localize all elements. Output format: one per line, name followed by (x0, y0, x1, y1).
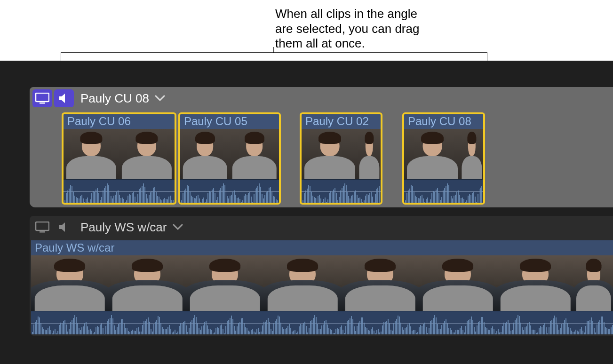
clip-selected[interactable]: Pauly CU 02 (300, 112, 382, 205)
monitor-icon (35, 222, 49, 233)
svg-rect-3 (40, 231, 45, 233)
angle-row-1: Pauly CU 08 Pauly CU 06 Pauly CU 05 (30, 87, 613, 207)
angle-header-2[interactable]: Pauly WS w/car (30, 216, 613, 238)
speaker-icon (58, 92, 70, 104)
clip-label: Pauly CU 08 (404, 114, 483, 129)
audio-monitoring-badge-inactive[interactable] (54, 218, 74, 236)
angle-title-2: Pauly WS w/car (80, 220, 167, 235)
clip-thumbnail (180, 129, 279, 179)
clip-thumbnail (302, 129, 381, 179)
angle-track-2[interactable]: Pauly WS w/car (30, 238, 613, 336)
angle-header-1[interactable]: Pauly CU 08 (30, 87, 613, 110)
clip-waveform (31, 311, 613, 334)
svg-rect-2 (36, 222, 49, 230)
angle-title-1: Pauly CU 08 (80, 91, 149, 106)
callout-bracket (61, 47, 487, 61)
clip-thumbnail (404, 129, 483, 179)
svg-rect-0 (36, 93, 49, 102)
video-monitoring-badge-inactive[interactable] (32, 218, 52, 236)
clip-waveform (404, 179, 483, 203)
clip-label: Pauly CU 06 (64, 114, 175, 129)
chevron-down-icon[interactable] (173, 224, 183, 230)
angle-track-1[interactable]: Pauly CU 06 Pauly CU 05 Pauly (30, 110, 613, 207)
video-monitoring-badge[interactable] (32, 89, 52, 107)
callout-line2: are selected, you can drag (275, 22, 419, 36)
monitor-icon (35, 93, 49, 104)
angle-editor: Pauly CU 08 Pauly CU 06 Pauly CU 05 (0, 61, 613, 364)
speaker-icon (58, 221, 70, 233)
clip-selected[interactable]: Pauly CU 08 (402, 112, 485, 205)
callout-area: When all clips in the angle are selected… (0, 0, 613, 61)
clip-selected[interactable]: Pauly CU 05 (178, 112, 281, 205)
clip-label: Pauly WS w/car (31, 240, 613, 255)
angle-row-2: Pauly WS w/car Pauly WS w/car (30, 216, 613, 336)
clip-label: Pauly CU 05 (180, 114, 279, 129)
clip-waveform (64, 179, 175, 203)
callout-text: When all clips in the angle are selected… (275, 7, 419, 51)
clip-waveform (302, 179, 381, 203)
svg-rect-1 (40, 103, 45, 104)
clip-label: Pauly CU 02 (302, 114, 381, 129)
clip-waveform (180, 179, 279, 203)
clip-selected[interactable]: Pauly CU 06 (62, 112, 176, 205)
clip-thumbnail (64, 129, 175, 179)
callout-line1: When all clips in the angle (275, 7, 417, 21)
audio-monitoring-badge[interactable] (54, 89, 74, 107)
clip-unselected[interactable]: Pauly WS w/car (31, 240, 613, 334)
clip-filmstrip (31, 255, 613, 311)
chevron-down-icon[interactable] (155, 95, 165, 102)
